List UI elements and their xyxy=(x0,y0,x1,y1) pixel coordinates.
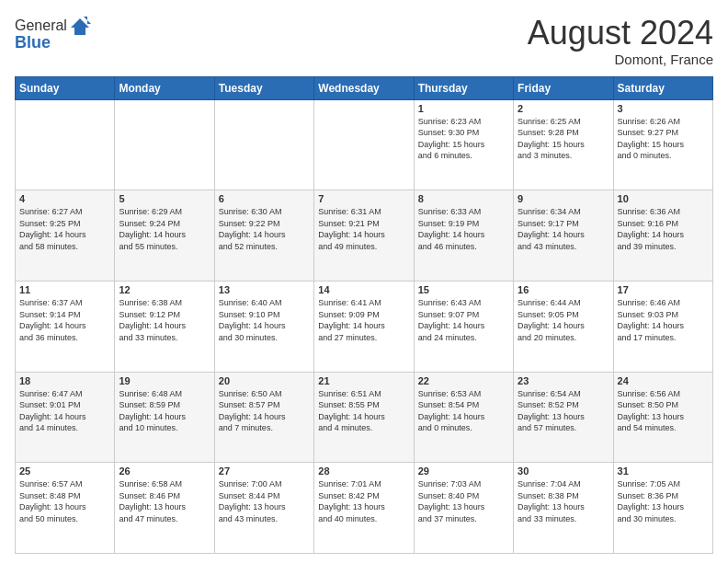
calendar-cell: 26Sunrise: 6:58 AMSunset: 8:46 PMDayligh… xyxy=(115,463,214,554)
day-info: Sunrise: 6:37 AMSunset: 9:14 PMDaylight:… xyxy=(19,297,110,343)
header-tuesday: Tuesday xyxy=(214,76,313,99)
calendar-cell: 8Sunrise: 6:33 AMSunset: 9:19 PMDaylight… xyxy=(414,190,513,282)
calendar-cell: 30Sunrise: 7:04 AMSunset: 8:38 PMDayligh… xyxy=(514,463,613,554)
header-sunday: Sunday xyxy=(16,76,115,99)
day-number: 17 xyxy=(618,284,709,295)
day-info: Sunrise: 6:40 AMSunset: 9:10 PMDaylight:… xyxy=(219,297,310,343)
calendar-cell: 27Sunrise: 7:00 AMSunset: 8:44 PMDayligh… xyxy=(214,463,313,554)
header-thursday: Thursday xyxy=(414,76,513,99)
calendar-cell xyxy=(314,99,414,190)
day-info: Sunrise: 7:03 AMSunset: 8:40 PMDaylight:… xyxy=(418,478,509,524)
header-friday: Friday xyxy=(514,76,613,99)
day-number: 9 xyxy=(518,193,609,204)
day-number: 29 xyxy=(418,465,509,477)
calendar-cell: 20Sunrise: 6:50 AMSunset: 8:57 PMDayligh… xyxy=(214,372,313,463)
calendar-cell: 22Sunrise: 6:53 AMSunset: 8:54 PMDayligh… xyxy=(414,372,513,463)
day-number: 5 xyxy=(119,193,210,204)
month-title: August 2024 xyxy=(528,15,713,52)
day-info: Sunrise: 7:04 AMSunset: 8:38 PMDaylight:… xyxy=(518,478,609,524)
day-info: Sunrise: 6:41 AMSunset: 9:09 PMDaylight:… xyxy=(318,297,409,343)
calendar-cell: 24Sunrise: 6:56 AMSunset: 8:50 PMDayligh… xyxy=(613,372,712,463)
day-info: Sunrise: 6:56 AMSunset: 8:50 PMDaylight:… xyxy=(618,388,709,434)
day-number: 22 xyxy=(418,375,509,386)
calendar-week-2: 4Sunrise: 6:27 AMSunset: 9:25 PMDaylight… xyxy=(16,190,713,282)
calendar-cell: 3Sunrise: 6:26 AMSunset: 9:27 PMDaylight… xyxy=(613,99,712,190)
day-number: 3 xyxy=(618,103,709,114)
header-saturday: Saturday xyxy=(613,76,712,99)
day-info: Sunrise: 6:26 AMSunset: 9:27 PMDaylight:… xyxy=(618,116,709,162)
day-info: Sunrise: 6:48 AMSunset: 8:59 PMDaylight:… xyxy=(119,388,210,434)
calendar-cell: 19Sunrise: 6:48 AMSunset: 8:59 PMDayligh… xyxy=(115,372,214,463)
day-number: 24 xyxy=(618,375,709,386)
calendar-week-4: 18Sunrise: 6:47 AMSunset: 9:01 PMDayligh… xyxy=(16,372,713,463)
day-number: 18 xyxy=(19,375,110,386)
day-number: 13 xyxy=(219,284,310,295)
day-info: Sunrise: 6:47 AMSunset: 9:01 PMDaylight:… xyxy=(19,388,110,434)
day-info: Sunrise: 6:30 AMSunset: 9:22 PMDaylight:… xyxy=(219,206,310,252)
day-number: 11 xyxy=(19,284,110,295)
day-number: 25 xyxy=(19,465,110,477)
svg-marker-0 xyxy=(71,18,89,35)
day-info: Sunrise: 7:01 AMSunset: 8:42 PMDaylight:… xyxy=(318,478,409,524)
day-number: 21 xyxy=(318,375,409,386)
header-wednesday: Wednesday xyxy=(314,76,414,99)
day-info: Sunrise: 6:50 AMSunset: 8:57 PMDaylight:… xyxy=(219,388,310,434)
day-number: 16 xyxy=(518,284,609,295)
calendar-cell: 12Sunrise: 6:38 AMSunset: 9:12 PMDayligh… xyxy=(115,281,214,372)
calendar-cell: 10Sunrise: 6:36 AMSunset: 9:16 PMDayligh… xyxy=(613,190,712,282)
day-info: Sunrise: 6:57 AMSunset: 8:48 PMDaylight:… xyxy=(19,478,110,524)
calendar-cell: 11Sunrise: 6:37 AMSunset: 9:14 PMDayligh… xyxy=(16,281,115,372)
day-info: Sunrise: 6:53 AMSunset: 8:54 PMDaylight:… xyxy=(418,388,509,434)
day-number: 12 xyxy=(119,284,210,295)
day-number: 14 xyxy=(318,284,409,295)
day-info: Sunrise: 6:34 AMSunset: 9:17 PMDaylight:… xyxy=(518,206,609,252)
calendar-table: Sunday Monday Tuesday Wednesday Thursday… xyxy=(15,76,713,554)
day-info: Sunrise: 6:29 AMSunset: 9:24 PMDaylight:… xyxy=(119,206,210,252)
calendar-cell: 29Sunrise: 7:03 AMSunset: 8:40 PMDayligh… xyxy=(414,463,513,554)
day-info: Sunrise: 6:43 AMSunset: 9:07 PMDaylight:… xyxy=(418,297,509,343)
calendar-cell: 28Sunrise: 7:01 AMSunset: 8:42 PMDayligh… xyxy=(314,463,414,554)
svg-marker-1 xyxy=(84,17,91,24)
day-info: Sunrise: 6:27 AMSunset: 9:25 PMDaylight:… xyxy=(19,206,110,252)
day-number: 28 xyxy=(318,465,409,477)
calendar-cell: 1Sunrise: 6:23 AMSunset: 9:30 PMDaylight… xyxy=(414,99,513,190)
calendar-header-row: Sunday Monday Tuesday Wednesday Thursday… xyxy=(16,76,713,99)
calendar-cell: 5Sunrise: 6:29 AMSunset: 9:24 PMDaylight… xyxy=(115,190,214,282)
day-info: Sunrise: 6:36 AMSunset: 9:16 PMDaylight:… xyxy=(618,206,709,252)
calendar-cell: 17Sunrise: 6:46 AMSunset: 9:03 PMDayligh… xyxy=(613,281,712,372)
calendar-week-1: 1Sunrise: 6:23 AMSunset: 9:30 PMDaylight… xyxy=(16,99,713,190)
day-number: 8 xyxy=(418,193,509,204)
calendar-cell: 18Sunrise: 6:47 AMSunset: 9:01 PMDayligh… xyxy=(16,372,115,463)
day-number: 20 xyxy=(219,375,310,386)
day-number: 2 xyxy=(518,103,609,114)
calendar-cell xyxy=(214,99,313,190)
header-monday: Monday xyxy=(115,76,214,99)
calendar-cell: 13Sunrise: 6:40 AMSunset: 9:10 PMDayligh… xyxy=(214,281,313,372)
calendar-cell: 14Sunrise: 6:41 AMSunset: 9:09 PMDayligh… xyxy=(314,281,414,372)
day-number: 1 xyxy=(418,103,509,114)
day-info: Sunrise: 6:31 AMSunset: 9:21 PMDaylight:… xyxy=(318,206,409,252)
day-info: Sunrise: 6:23 AMSunset: 9:30 PMDaylight:… xyxy=(418,116,509,162)
day-number: 6 xyxy=(219,193,310,204)
day-number: 27 xyxy=(219,465,310,477)
calendar-week-3: 11Sunrise: 6:37 AMSunset: 9:14 PMDayligh… xyxy=(16,281,713,372)
day-info: Sunrise: 6:54 AMSunset: 8:52 PMDaylight:… xyxy=(518,388,609,434)
calendar-cell: 4Sunrise: 6:27 AMSunset: 9:25 PMDaylight… xyxy=(16,190,115,282)
calendar-cell: 15Sunrise: 6:43 AMSunset: 9:07 PMDayligh… xyxy=(414,281,513,372)
calendar-cell: 21Sunrise: 6:51 AMSunset: 8:55 PMDayligh… xyxy=(314,372,414,463)
calendar-cell: 16Sunrise: 6:44 AMSunset: 9:05 PMDayligh… xyxy=(514,281,613,372)
calendar-cell xyxy=(16,99,115,190)
day-number: 23 xyxy=(518,375,609,386)
calendar-cell: 9Sunrise: 6:34 AMSunset: 9:17 PMDaylight… xyxy=(514,190,613,282)
day-number: 26 xyxy=(119,465,210,477)
day-number: 4 xyxy=(19,193,110,204)
day-info: Sunrise: 7:05 AMSunset: 8:36 PMDaylight:… xyxy=(618,478,709,524)
day-info: Sunrise: 6:44 AMSunset: 9:05 PMDaylight:… xyxy=(518,297,609,343)
day-info: Sunrise: 6:38 AMSunset: 9:12 PMDaylight:… xyxy=(119,297,210,343)
calendar-cell: 23Sunrise: 6:54 AMSunset: 8:52 PMDayligh… xyxy=(514,372,613,463)
calendar-cell: 31Sunrise: 7:05 AMSunset: 8:36 PMDayligh… xyxy=(613,463,712,554)
day-info: Sunrise: 6:46 AMSunset: 9:03 PMDaylight:… xyxy=(618,297,709,343)
day-number: 10 xyxy=(618,193,709,204)
page: General Blue August 2024 Domont, France … xyxy=(0,0,728,563)
title-block: August 2024 Domont, France xyxy=(528,15,713,67)
